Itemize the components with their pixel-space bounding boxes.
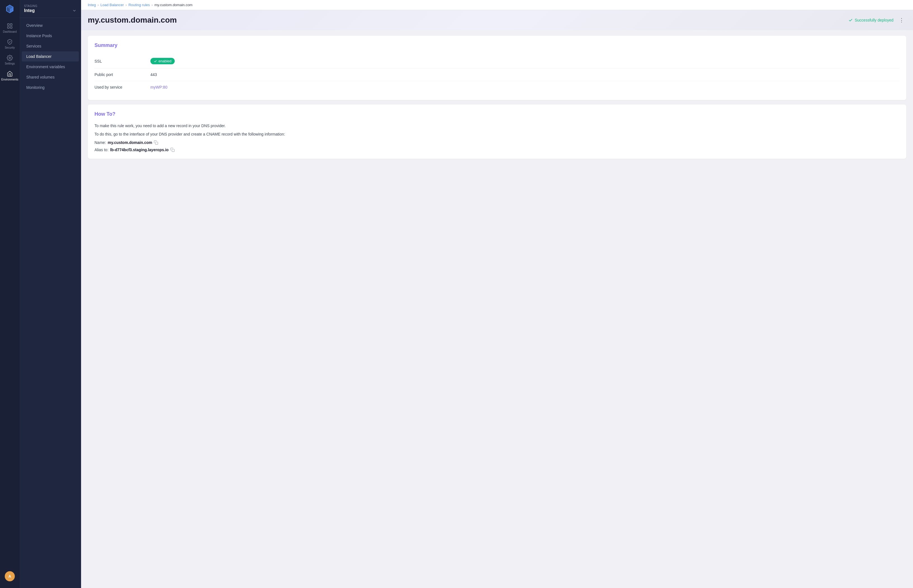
deploy-status: Successfully deployed [848, 18, 894, 23]
breadcrumb-sep-1: › [97, 3, 99, 7]
page-title: my.custom.domain.com [88, 16, 177, 24]
header-actions: Successfully deployed ⋮ [848, 16, 906, 24]
svg-rect-7 [172, 149, 175, 152]
ssl-badge: enabled [150, 58, 175, 64]
svg-rect-6 [155, 142, 158, 144]
breadcrumb-sep-3: › [152, 3, 153, 7]
svg-rect-3 [8, 27, 9, 28]
app-logo[interactable] [4, 3, 15, 16]
sidebar-item-environment-variables[interactable]: Environment variables [22, 62, 79, 72]
check-icon [848, 18, 853, 23]
howto-name-row: Name: my.custom.domain.com [94, 140, 900, 145]
page-header: my.custom.domain.com Successfully deploy… [81, 10, 913, 30]
copy-name-button[interactable] [154, 140, 158, 145]
used-by-service-value: myWP:80 [150, 85, 900, 89]
sidebar-item-overview[interactable]: Overview [22, 20, 79, 31]
howto-alias-row: Alias to: lb-d774bcf3.staging.layerops.i… [94, 147, 900, 152]
public-port-label: Public port [94, 73, 150, 77]
check-circle-icon [154, 60, 157, 63]
nav-icon-settings[interactable]: Settings [0, 52, 19, 68]
sidebar-item-instance-pools[interactable]: Instance Pools [22, 31, 79, 41]
copy-alias-button[interactable] [170, 147, 175, 152]
ssl-label: SSL [94, 59, 150, 63]
sidebar: STAGING Integ Overview Instance Pools Se… [19, 0, 81, 588]
howto-alias-value: lb-d774bcf3.staging.layerops.io [110, 147, 168, 152]
howto-name-value: my.custom.domain.com [108, 140, 152, 145]
howto-card: How To? To make this rule work, you need… [88, 105, 906, 159]
nav-icon-environments[interactable]: Environments [0, 68, 19, 84]
sidebar-header: STAGING Integ [19, 0, 81, 18]
env-name[interactable]: Integ [24, 8, 77, 13]
sidebar-nav: Overview Instance Pools Services Load Ba… [19, 18, 81, 588]
summary-row-ssl: SSL enabled [94, 54, 900, 68]
breadcrumb-routing-rules[interactable]: Routing rules [128, 3, 150, 7]
breadcrumb-bar: Integ › Load Balancer › Routing rules › … [81, 0, 913, 10]
service-link[interactable]: myWP:80 [150, 85, 168, 89]
chevron-down-icon [72, 8, 77, 13]
nav-icon-dashboard[interactable]: Dashboard [0, 20, 19, 36]
sidebar-item-load-balancer[interactable]: Load Balancer [22, 52, 79, 61]
howto-alias-label: Alias to: [94, 147, 108, 152]
icon-bar: Dashboard Security Settings Environments… [0, 0, 19, 588]
nav-icon-security[interactable]: Security [0, 36, 19, 52]
summary-title: Summary [94, 42, 900, 48]
svg-rect-1 [8, 24, 9, 26]
user-avatar[interactable]: A [5, 571, 15, 581]
sidebar-item-shared-volumes[interactable]: Shared volumes [22, 72, 79, 82]
ssl-value: enabled [150, 58, 900, 64]
sidebar-item-services[interactable]: Services [22, 41, 79, 51]
howto-line2: To do this, go to the interface of your … [94, 131, 900, 137]
breadcrumb-load-balancer[interactable]: Load Balancer [100, 3, 124, 7]
summary-card: Summary SSL enabled Public port 443 [88, 36, 906, 100]
public-port-value: 443 [150, 73, 900, 77]
breadcrumb-current: my.custom.domain.com [154, 3, 192, 7]
howto-name-label: Name: [94, 140, 106, 145]
howto-title: How To? [94, 111, 900, 117]
summary-row-public-port: Public port 443 [94, 68, 900, 81]
svg-rect-4 [10, 27, 12, 28]
more-options-button[interactable]: ⋮ [897, 16, 906, 24]
content-area: Summary SSL enabled Public port 443 [81, 30, 913, 588]
used-by-service-label: Used by service [94, 85, 150, 89]
sidebar-item-monitoring[interactable]: Monitoring [22, 82, 79, 92]
breadcrumb-integ[interactable]: Integ [88, 3, 96, 7]
svg-point-5 [9, 57, 11, 59]
env-label: STAGING [24, 5, 77, 8]
summary-row-service: Used by service myWP:80 [94, 81, 900, 93]
howto-line1: To make this rule work, you need to add … [94, 123, 900, 129]
main-content: Integ › Load Balancer › Routing rules › … [81, 0, 913, 588]
breadcrumb-sep-2: › [126, 3, 127, 7]
svg-rect-2 [10, 24, 12, 26]
